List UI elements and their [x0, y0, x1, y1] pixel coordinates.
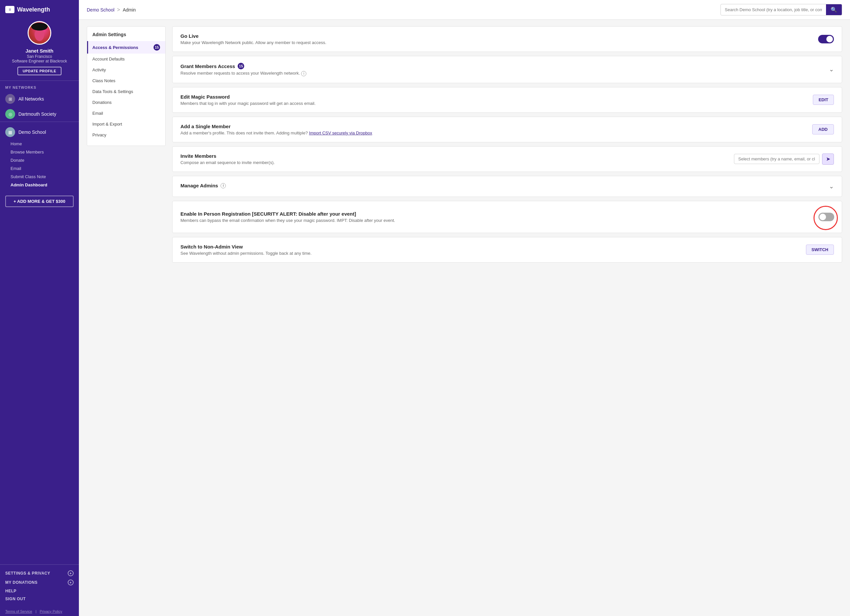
grant-access-card: Grant Members Access 15 Resolve member r… [172, 56, 842, 83]
add-member-card: Add a Single Member Add a member's profi… [172, 117, 842, 142]
add-member-desc: Add a member's profile. This does not in… [180, 130, 812, 135]
in-person-desc: Members can bypass the email confirmatio… [180, 218, 816, 223]
invite-input-row: ➤ [734, 154, 834, 165]
breadcrumb-current: Admin [123, 7, 136, 12]
sidebar: ≡ Wavelength Janet Smith San Francisco S… [0, 0, 79, 616]
switch-non-admin-button[interactable]: SWITCH [806, 245, 834, 255]
logo-icon: ≡ [5, 6, 15, 13]
legal-links: Terms of Service | Privacy Policy [0, 607, 79, 616]
settings-content: Go Live Make your Wavelength Network pub… [172, 26, 842, 609]
in-person-title: Enable In Person Registration [SECURITY … [180, 211, 816, 217]
admin-menu-item-privacy[interactable]: Privacy [87, 130, 165, 141]
invite-members-input[interactable] [734, 154, 819, 164]
switch-non-admin-card: Switch to Non-Admin View See Wavelength … [172, 237, 842, 263]
manage-admins-title: Manage Admins i [180, 183, 226, 188]
add-more-label: + ADD MORE & GET $300 [13, 199, 65, 204]
sign-out-link[interactable]: SIGN OUT [5, 595, 73, 603]
admin-menu-item-donations[interactable]: Donations [87, 97, 165, 108]
admin-menu-item-activity[interactable]: Activity [87, 64, 165, 75]
sidebar-item-dartmouth[interactable]: ◎ Dartmouth Society [0, 106, 79, 122]
go-live-toggle-track [818, 35, 834, 43]
breadcrumb-home[interactable]: Demo School [87, 7, 114, 12]
go-live-title: Go Live [180, 33, 818, 39]
avatar [28, 21, 51, 45]
switch-non-admin-title: Switch to Non-Admin View [180, 244, 806, 250]
settings-privacy-link[interactable]: SETTINGS & PRIVACY + [5, 569, 73, 578]
go-live-desc: Make your Wavelength Network public. All… [180, 40, 818, 45]
admin-menu-item-data-tools[interactable]: Data Tools & Settings [87, 86, 165, 97]
sidebar-footer: SETTINGS & PRIVACY + MY DONATIONS + HELP… [0, 564, 79, 607]
my-networks-label: MY NETWORKS [0, 81, 79, 91]
terms-link[interactable]: Terms of Service [5, 609, 32, 613]
magic-password-desc: Members that log in with your magic pass… [180, 101, 813, 106]
search-input[interactable] [721, 5, 826, 15]
add-member-title: Add a Single Member [180, 124, 812, 129]
security-ring [816, 208, 834, 226]
admin-settings-menu: Admin Settings Access & Permissions15Acc… [87, 26, 166, 146]
invite-send-button[interactable]: ➤ [822, 154, 834, 165]
switch-non-admin-desc: See Wavelength without admin permissions… [180, 251, 806, 256]
admin-menu-title: Admin Settings [87, 32, 165, 41]
dartmouth-label: Dartmouth Society [18, 111, 56, 117]
admin-menu-item-class-notes[interactable]: Class Notes [87, 75, 165, 86]
go-live-card: Go Live Make your Wavelength Network pub… [172, 26, 842, 52]
grant-access-badge: 15 [238, 63, 244, 69]
add-member-button[interactable]: ADD [812, 124, 834, 135]
grant-access-chevron-icon[interactable]: ⌄ [829, 66, 834, 73]
edit-magic-password-button[interactable]: EDIT [813, 95, 834, 105]
sidebar-item-demo-school[interactable]: ▦ Demo School [0, 124, 79, 140]
profile-city: San Francisco [27, 54, 52, 59]
magic-password-card: Edit Magic Password Members that log in … [172, 87, 842, 113]
demo-school-icon: ▦ [5, 127, 15, 137]
admin-menu-item-account-defaults[interactable]: Account Defaults [87, 54, 165, 64]
all-networks-icon: ⊞ [5, 94, 15, 104]
go-live-toggle[interactable] [818, 35, 834, 43]
profile-name: Janet Smith [25, 48, 53, 54]
profile-job: Software Engineer at Blackrock [12, 59, 67, 63]
in-person-toggle[interactable] [819, 213, 834, 221]
invite-members-desc: Compose an email sequence to invite memb… [180, 160, 734, 165]
my-donations-expand-icon: + [68, 580, 73, 585]
sidebar-item-email[interactable]: Email [0, 164, 79, 173]
topbar: Demo School > Admin 🔍 [79, 0, 850, 20]
demo-school-section: ▦ Demo School Home Browse Members Donate… [0, 122, 79, 191]
update-profile-button[interactable]: UPDATE PROFILE [17, 67, 61, 75]
dartmouth-icon: ◎ [5, 109, 15, 119]
manage-admins-chevron-icon[interactable]: ⌄ [829, 183, 834, 190]
admin-menu-badge-access-permissions: 15 [154, 44, 160, 51]
all-networks-label: All Networks [18, 96, 44, 102]
admin-menu-item-import-export[interactable]: Import & Export [87, 119, 165, 130]
breadcrumb: Demo School > Admin [87, 7, 136, 13]
user-profile: Janet Smith San Francisco Software Engin… [0, 18, 79, 81]
sidebar-item-browse-members[interactable]: Browse Members [0, 148, 79, 156]
content-area: Admin Settings Access & Permissions15Acc… [79, 20, 850, 616]
add-more-button[interactable]: + ADD MORE & GET $300 [5, 196, 73, 207]
breadcrumb-separator: > [117, 7, 120, 13]
invite-members-title: Invite Members [180, 153, 734, 159]
sidebar-item-donate[interactable]: Donate [0, 156, 79, 164]
settings-privacy-expand-icon: + [68, 570, 73, 576]
my-donations-link[interactable]: MY DONATIONS + [5, 578, 73, 587]
invite-members-card: Invite Members Compose an email sequence… [172, 146, 842, 172]
sidebar-item-submit-class-note[interactable]: Submit Class Note [0, 173, 79, 181]
demo-school-label: Demo School [18, 130, 46, 135]
in-person-toggle-track [819, 213, 834, 221]
privacy-link[interactable]: Privacy Policy [40, 609, 62, 613]
grant-access-title: Grant Members Access 15 [180, 63, 829, 69]
main-content: Demo School > Admin 🔍 Admin Settings Acc… [79, 0, 850, 616]
manage-admins-card: Manage Admins i ⌄ [172, 176, 842, 197]
grant-access-info-icon[interactable]: i [301, 71, 306, 76]
sidebar-item-all-networks[interactable]: ⊞ All Networks [0, 91, 79, 106]
in-person-registration-card: Enable In Person Registration [SECURITY … [172, 201, 842, 233]
manage-admins-info-icon[interactable]: i [220, 183, 226, 188]
magic-password-title: Edit Magic Password [180, 94, 813, 100]
sidebar-item-admin-dashboard[interactable]: Admin Dashboard [0, 181, 79, 189]
app-logo[interactable]: ≡ Wavelength [0, 0, 79, 18]
admin-menu-item-access-permissions[interactable]: Access & Permissions15 [87, 41, 165, 54]
search-button[interactable]: 🔍 [826, 4, 842, 15]
admin-menu-item-email[interactable]: Email [87, 108, 165, 119]
import-csv-link[interactable]: Import CSV securely via Dropbox [309, 130, 372, 135]
sidebar-item-home[interactable]: Home [0, 140, 79, 148]
help-link[interactable]: HELP [5, 587, 73, 595]
search-bar: 🔍 [720, 4, 842, 15]
